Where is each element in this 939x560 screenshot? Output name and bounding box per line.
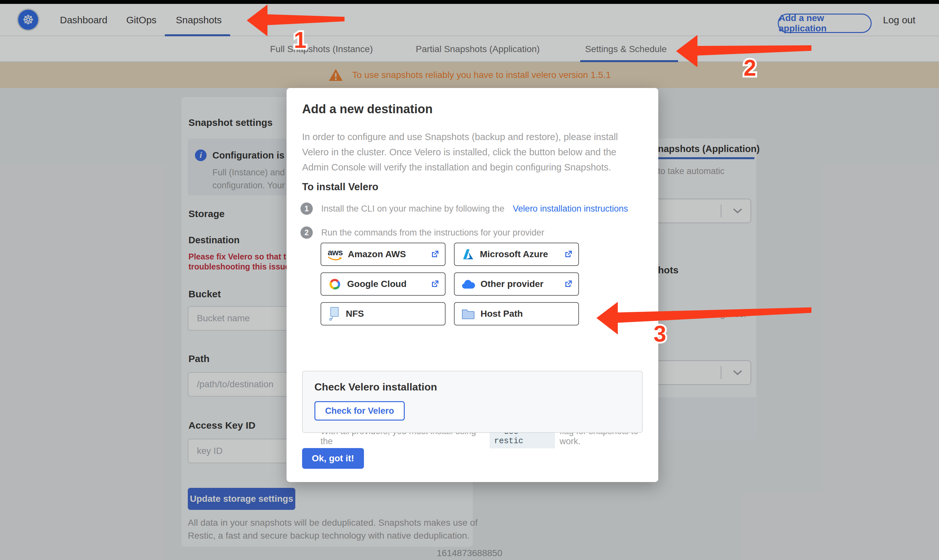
step-1-text: Install the CLI on your machine by follo… — [321, 204, 504, 214]
external-link-icon[interactable] — [430, 249, 440, 259]
provider-card-other[interactable]: Other provider — [454, 272, 579, 296]
provider-label: NFS — [346, 309, 364, 319]
check-velero-section: Check Velero installation Check for Vele… — [302, 371, 643, 433]
external-link-icon[interactable] — [430, 279, 440, 289]
provider-label: Host Path — [481, 309, 523, 319]
provider-label: Amazon AWS — [348, 249, 406, 260]
velero-instructions-link[interactable]: Velero installation instructions — [513, 204, 628, 214]
cloud-icon — [461, 278, 475, 289]
provider-grid: aws Amazon AWS Microsoft Azure — [321, 243, 580, 325]
step-1-number: 1 — [301, 203, 313, 215]
install-step-2: 2 Run the commands from the instructions… — [301, 226, 544, 239]
modal-title: Add a new destination — [302, 102, 433, 116]
provider-card-nfs[interactable]: NFS — [321, 302, 446, 325]
google-cloud-icon — [328, 278, 342, 291]
provider-label: Google Cloud — [347, 279, 407, 289]
azure-icon — [461, 248, 475, 260]
step-2-number: 2 — [301, 226, 313, 239]
add-destination-modal: Add a new destination In order to config… — [287, 88, 658, 482]
provider-card-hostpath[interactable]: Host Path — [454, 302, 579, 325]
nfs-icon — [328, 307, 341, 321]
provider-label: Microsoft Azure — [480, 249, 548, 260]
provider-card-gcloud[interactable]: Google Cloud — [321, 272, 446, 296]
ok-got-it-button[interactable]: Ok, got it! — [302, 448, 364, 469]
check-for-velero-button[interactable]: Check for Velero — [315, 401, 405, 421]
check-velero-title: Check Velero installation — [315, 381, 437, 393]
install-step-1: 1 Install the CLI on your machine by fol… — [301, 203, 628, 215]
external-link-icon[interactable] — [563, 249, 573, 259]
provider-card-aws[interactable]: aws Amazon AWS — [321, 243, 446, 266]
modal-description: In order to configure and use Snapshots … — [302, 129, 632, 175]
provider-label: Other provider — [481, 279, 543, 289]
step-2-text: Run the commands from the instructions f… — [321, 228, 544, 238]
folder-icon — [461, 308, 475, 320]
aws-icon: aws — [328, 248, 342, 261]
provider-card-azure[interactable]: Microsoft Azure — [454, 243, 579, 266]
screen: ☸ Dashboard GitOps Snapshots Add a new a… — [0, 0, 939, 560]
external-link-icon[interactable] — [563, 279, 573, 289]
install-velero-heading: To install Velero — [302, 181, 378, 193]
